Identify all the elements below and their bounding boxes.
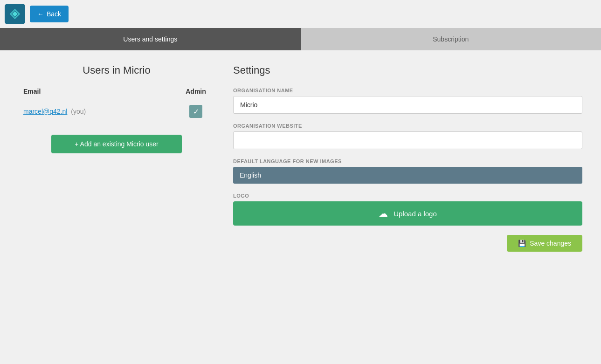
add-user-label: + Add an existing Micrio user [75, 140, 158, 148]
save-btn-container: 💾 Save changes [233, 235, 582, 252]
users-table-header: Email Admin [19, 88, 214, 99]
back-button[interactable]: ← Back [30, 6, 69, 22]
logo-label: LOGO [233, 193, 582, 199]
lang-group: DEFAULT LANGUAGE FOR NEW IMAGES English [233, 158, 582, 184]
settings-panel: Settings ORGANISATION NAME ORGANISATION … [233, 64, 582, 252]
upload-icon: ☁ [379, 208, 388, 219]
col-admin-header: Admin [182, 88, 210, 95]
back-label: Back [47, 10, 61, 18]
logo-icon [9, 8, 21, 20]
logo-group: LOGO ☁ Upload a logo [233, 193, 582, 226]
upload-logo-label: Upload a logo [394, 210, 437, 218]
users-title: Users in Micrio [19, 64, 214, 76]
table-row: marcel@q42.nl (you) ✓ [19, 99, 214, 124]
org-name-label: ORGANISATION NAME [233, 88, 582, 93]
users-table: Email Admin marcel@q42.nl (you) ✓ [19, 88, 214, 124]
user-you-label: (you) [71, 108, 86, 115]
user-email-link[interactable]: marcel@q42.nl [23, 108, 67, 115]
admin-checkbox-checked[interactable]: ✓ [189, 105, 202, 118]
org-name-input[interactable] [233, 96, 582, 114]
org-website-input[interactable] [233, 131, 582, 149]
org-name-group: ORGANISATION NAME [233, 88, 582, 114]
user-email: marcel@q42.nl (you) [23, 108, 173, 115]
add-user-button[interactable]: + Add an existing Micrio user [51, 135, 182, 153]
main-content: Users in Micrio Email Admin marcel@q42.n… [0, 50, 601, 266]
app-logo [5, 4, 25, 24]
back-arrow-icon: ← [37, 10, 44, 18]
lang-select[interactable]: English [233, 167, 582, 184]
tab-subscription[interactable]: Subscription [301, 28, 601, 50]
save-changes-button[interactable]: 💾 Save changes [507, 235, 582, 252]
col-email-header: Email [23, 88, 173, 95]
upload-logo-button[interactable]: ☁ Upload a logo [233, 201, 582, 226]
org-website-label: ORGANISATION WEBSITE [233, 123, 582, 129]
top-bar: ← Back [0, 0, 601, 28]
tab-users-settings[interactable]: Users and settings [0, 28, 301, 50]
lang-label: DEFAULT LANGUAGE FOR NEW IMAGES [233, 158, 582, 164]
admin-checkbox-cell: ✓ [182, 105, 210, 118]
save-label: Save changes [530, 240, 571, 247]
users-panel: Users in Micrio Email Admin marcel@q42.n… [19, 64, 214, 252]
org-website-group: ORGANISATION WEBSITE [233, 123, 582, 149]
save-icon: 💾 [518, 240, 526, 247]
settings-title: Settings [233, 64, 582, 76]
tab-bar: Users and settings Subscription [0, 28, 601, 50]
